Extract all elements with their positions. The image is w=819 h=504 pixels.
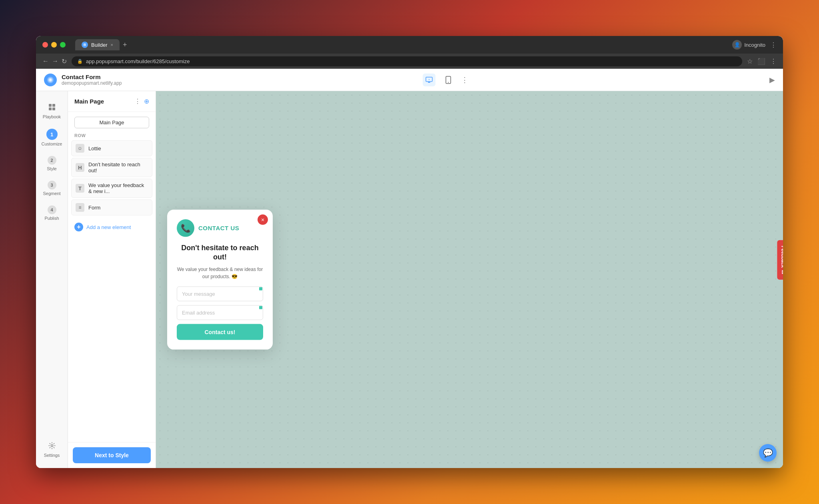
panel-add-icon[interactable]: ⊕ (144, 98, 149, 105)
app-title-area: Contact Form demopopupsmart.netlify.app (62, 74, 122, 86)
back-button[interactable]: ← (42, 58, 49, 65)
active-tab[interactable]: B Builder × (75, 39, 120, 50)
publish-step-badge: 4 (48, 205, 56, 214)
close-icon: × (261, 216, 264, 223)
phone-icon: 📞 (181, 223, 191, 233)
chat-widget-button[interactable]: 💬 (759, 444, 777, 462)
svg-rect-4 (428, 82, 430, 83)
more-options-icon[interactable]: ⋮ (461, 76, 468, 84)
text-label: We value your feedback & new i... (88, 182, 148, 194)
element-item-lottie[interactable]: ☺ Lottie (71, 140, 152, 156)
extension-icon[interactable]: ⬛ (757, 58, 765, 65)
element-item-text[interactable]: T We value your feedback & new i... (71, 179, 152, 198)
sidebar-item-publish[interactable]: 4 Publish (38, 201, 66, 225)
popup-subtext: We value your feedback & new ideas for o… (177, 266, 263, 280)
popup-card: × 📞 CONTACT US Don't hesitate to reach o… (167, 209, 273, 350)
style-step-badge: 2 (48, 156, 56, 165)
title-bar: B Builder × + 👤 Incognito ⋮ (36, 36, 783, 54)
heading-icon: H (76, 163, 84, 172)
svg-point-2 (50, 79, 51, 81)
svg-point-12 (51, 445, 53, 447)
email-input[interactable] (177, 305, 263, 320)
feedback-label: Feedback (780, 245, 783, 267)
chat-icon: 💬 (763, 448, 773, 458)
customize-label: Customize (42, 141, 62, 146)
app-subtitle: demopopupsmart.netlify.app (62, 80, 122, 86)
preview-area: × 📞 CONTACT US Don't hesitate to reach o… (156, 91, 783, 468)
tab-favicon: B (82, 42, 88, 48)
contact-us-label: CONTACT US (198, 225, 239, 231)
bookmark-icon[interactable]: ☆ (747, 58, 753, 65)
sidebar-item-style[interactable]: 2 Style (38, 152, 66, 175)
settings-label: Settings (44, 453, 60, 458)
phone-icon-circle: 📞 (177, 219, 194, 237)
element-list: ☺ Lottie H Don't hesitate to reach out! … (68, 140, 156, 215)
tab-bar: B Builder × + (75, 39, 729, 50)
header-right: ▶ (769, 76, 775, 84)
panel-footer: Next to Style (68, 442, 156, 468)
address-bar-actions: ☆ ⬛ ⋮ (747, 58, 777, 65)
text-icon: T (76, 184, 84, 193)
svg-rect-10 (49, 108, 52, 110)
sidebar-item-customize[interactable]: 1 Customize (38, 125, 66, 150)
sidebar-item-segment[interactable]: 3 Segment (38, 177, 66, 200)
playbook-icon (46, 102, 58, 113)
app-header: Contact Form demopopupsmart.netlify.app (36, 69, 783, 91)
email-field-wrapper (177, 305, 263, 324)
field-corner-message (259, 287, 262, 291)
form-icon: ≡ (76, 203, 84, 212)
feedback-tab[interactable]: Feedback ✉ (777, 240, 783, 279)
traffic-lights (42, 42, 66, 48)
submit-button[interactable]: Contact us! (177, 324, 263, 340)
publish-label: Publish (44, 216, 59, 221)
title-bar-right: 👤 Incognito ⋮ (732, 40, 777, 50)
main-body: Playbook 1 Customize 2 Style 3 Segment 4… (36, 91, 783, 468)
mobile-view-button[interactable] (442, 74, 455, 86)
next-to-style-button[interactable]: Next to Style (73, 447, 151, 463)
playbook-label: Playbook (43, 114, 61, 119)
maximize-traffic-light[interactable] (60, 42, 66, 48)
app-logo (44, 74, 57, 86)
svg-point-5 (429, 79, 429, 80)
panel-title: Main Page (74, 98, 104, 105)
close-traffic-light[interactable] (42, 42, 48, 48)
sidebar-item-playbook[interactable]: Playbook (38, 98, 66, 123)
chrome-dots-icon[interactable]: ⋮ (770, 58, 777, 65)
add-element-button[interactable]: + Add a new element (68, 219, 156, 235)
header-view-controls: ⋮ (122, 74, 769, 86)
incognito-label: Incognito (744, 42, 765, 48)
new-tab-button[interactable]: + (123, 41, 127, 49)
nav-buttons: ← → ↻ (42, 58, 67, 65)
popup-contact-header: 📞 CONTACT US (177, 219, 263, 237)
settings-icon (46, 440, 58, 451)
incognito-avatar: 👤 (732, 40, 742, 50)
element-item-heading[interactable]: H Don't hesitate to reach out! (71, 158, 152, 177)
element-item-form[interactable]: ≡ Form (71, 199, 152, 215)
feedback-mail-icon: ✉ (780, 270, 783, 274)
sidebar-item-settings[interactable]: Settings (38, 436, 66, 462)
field-corner-email (259, 306, 262, 309)
segment-step-badge: 3 (48, 181, 56, 189)
tab-close-button[interactable]: × (110, 42, 113, 47)
popup-heading: Don't hesitate to reach out! (177, 243, 263, 262)
main-page-button[interactable]: Main Page (74, 117, 149, 128)
add-element-label: Add a new element (86, 224, 131, 230)
svg-rect-11 (52, 108, 55, 110)
url-text: app.popupsmart.com/builder/6285/customiz… (86, 58, 190, 64)
chrome-menu-icon[interactable]: ⋮ (770, 41, 777, 49)
expand-button[interactable]: ▶ (769, 76, 775, 84)
app-title: Contact Form (62, 74, 122, 80)
forward-button[interactable]: → (52, 58, 58, 65)
style-label: Style (47, 166, 56, 171)
message-input[interactable] (177, 287, 263, 301)
icon-sidebar: Playbook 1 Customize 2 Style 3 Segment 4… (36, 91, 68, 468)
reload-button[interactable]: ↻ (62, 58, 67, 65)
popup-close-button[interactable]: × (258, 214, 268, 225)
tab-label: Builder (91, 42, 107, 48)
desktop-view-button[interactable] (423, 74, 435, 86)
url-bar[interactable]: 🔒 app.popupsmart.com/builder/6285/custom… (72, 56, 742, 66)
segment-label: Segment (43, 191, 60, 196)
panel-dots-icon[interactable]: ⋮ (134, 98, 141, 105)
editor-panel: Main Page ⋮ ⊕ Main Page ROW ☺ Lottie H (68, 91, 156, 468)
minimize-traffic-light[interactable] (51, 42, 57, 48)
